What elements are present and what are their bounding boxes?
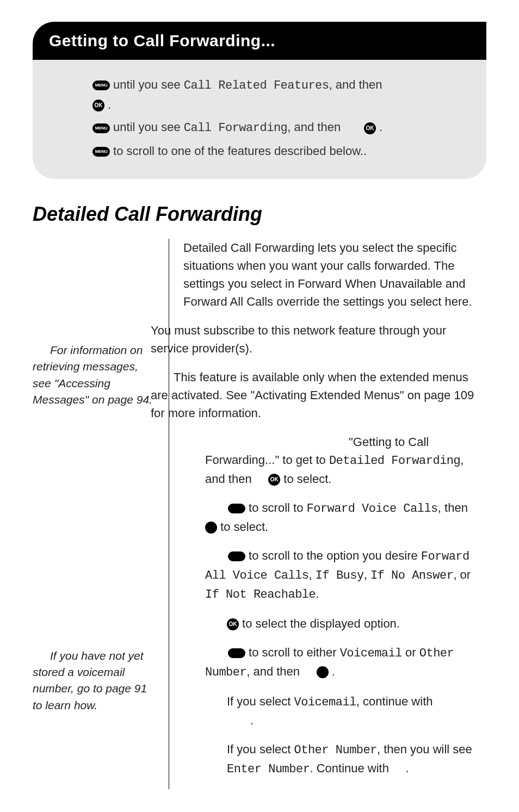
text: , xyxy=(309,568,316,581)
lcd-text: If Not Reachable xyxy=(205,588,316,602)
step: MENU to scroll to the option you desire … xyxy=(183,547,486,604)
text: . xyxy=(376,120,382,134)
menu-icon: MENU xyxy=(228,504,245,513)
text: , continue with xyxy=(356,695,433,708)
text: to scroll to either xyxy=(245,646,340,659)
lcd-text: Enter Number xyxy=(227,763,310,776)
text: to select the displayed option. xyxy=(239,617,400,630)
text: . xyxy=(104,98,111,111)
sub-step: If you select Voicemail, continue with . xyxy=(183,692,486,729)
nav-instructions-box: MENU until you see Call Related Features… xyxy=(33,60,486,179)
step: OK to select the displayed option. xyxy=(183,615,486,633)
ok-icon: OK xyxy=(92,100,104,111)
ok-icon: OK xyxy=(227,618,239,630)
sidebar-note: For information on retrieving messages, … xyxy=(33,342,158,408)
paragraph: This feature is available only when the … xyxy=(151,368,486,422)
text: . xyxy=(316,587,319,600)
ok-icon: OK xyxy=(364,122,376,134)
lcd-text: Voicemail xyxy=(294,696,356,709)
lcd-text: If No Answer xyxy=(370,569,453,582)
menu-icon: MENU xyxy=(92,147,110,157)
text: If you select xyxy=(227,695,294,708)
menu-icon: MENU xyxy=(92,123,110,133)
text: , and then xyxy=(246,665,303,678)
text: . Continue with xyxy=(310,761,392,775)
menu-icon: MENU xyxy=(92,80,110,90)
text: to select. xyxy=(217,520,268,534)
header-title: Getting to Call Forwarding... xyxy=(49,32,470,50)
menu-icon: MENU xyxy=(228,551,245,561)
text: , and then xyxy=(329,78,382,91)
text: or xyxy=(402,646,419,659)
text: , xyxy=(364,568,370,581)
lcd-text: Call Related Features xyxy=(184,79,329,92)
text: until you see xyxy=(110,78,184,91)
lcd-text: Other Number xyxy=(294,743,377,757)
sidebar-note: If you have not yet stored a voicemail n… xyxy=(33,648,158,714)
ok-icon: OK xyxy=(205,522,217,534)
lcd-text: Call Forwarding xyxy=(184,121,288,135)
text: . xyxy=(406,761,409,775)
text: to scroll to the option you desire xyxy=(245,549,421,562)
content-columns: For information on retrieving messages, … xyxy=(33,239,486,789)
lcd-text: If Busy xyxy=(316,569,364,582)
header-bar: Getting to Call Forwarding... xyxy=(33,22,486,60)
text: to select. xyxy=(280,472,331,486)
sidebar: For information on retrieving messages, … xyxy=(33,239,169,725)
text: , then xyxy=(438,501,471,515)
text: to scroll to one of the features describ… xyxy=(110,144,367,158)
nav-instruction-line: MENU until you see Call Related Features… xyxy=(92,75,470,114)
text: If you select xyxy=(227,742,294,756)
ok-icon: OK xyxy=(268,474,280,486)
section-title: Detailed Call Forwarding xyxy=(33,203,486,226)
text: . xyxy=(250,714,254,727)
text: until you see xyxy=(110,120,184,134)
step: MENU to scroll to either Voicemail or Ot… xyxy=(183,643,486,681)
paragraph: You must subscribe to this network featu… xyxy=(151,321,486,357)
nav-instruction-line: MENU to scroll to one of the features de… xyxy=(92,141,470,160)
text: , or xyxy=(453,568,471,581)
step: MENU to scroll to Forward Voice Calls, t… xyxy=(183,499,486,536)
step: xxxxxxxxxxxxxxxxxxxxxxxx"Getting to Call… xyxy=(183,433,486,488)
lcd-text: Forward Voice Calls xyxy=(306,502,437,516)
text: , and then xyxy=(287,120,344,134)
main-content: Detailed Call Forwarding lets you select… xyxy=(169,239,486,789)
nav-instruction-line: MENU until you see Call Forwarding, and … xyxy=(92,117,470,138)
text: , then you will see xyxy=(377,742,472,756)
text: to scroll to xyxy=(245,501,306,515)
sub-step: If you select Other Number, then you wil… xyxy=(183,740,486,778)
lcd-text: Detailed Forwarding xyxy=(329,454,460,468)
paragraph: Detailed Call Forwarding lets you select… xyxy=(183,239,486,311)
ok-icon: OK xyxy=(317,666,329,678)
text: . xyxy=(329,665,335,678)
lcd-text: Voicemail xyxy=(340,647,402,660)
menu-icon: MENU xyxy=(228,648,245,658)
